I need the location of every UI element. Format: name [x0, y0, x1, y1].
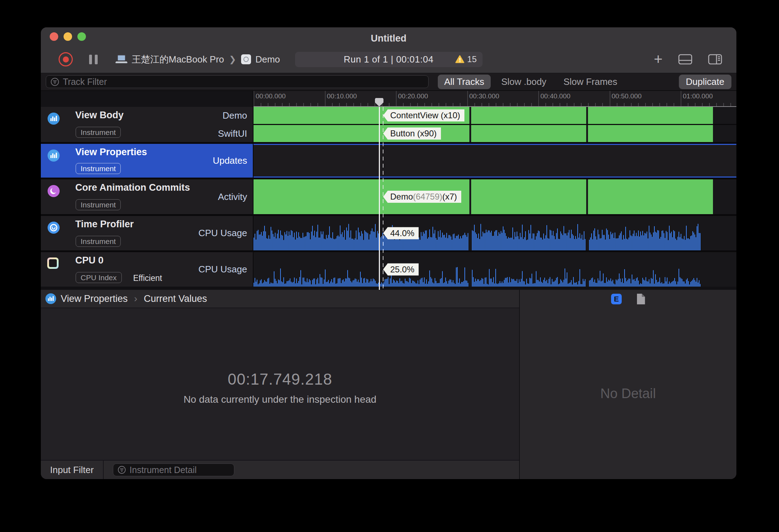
lane-label-updates: Updates [213, 144, 247, 178]
track-timeline-time-profiler[interactable]: 44.0% [254, 216, 736, 250]
window-chrome: Untitled 王楚江的MacBook Pro ❯ Demo Run 1 of… [41, 27, 736, 73]
window-title: Untitled [371, 29, 407, 44]
breadcrumb-root[interactable]: View Properties [61, 293, 128, 304]
target-picker[interactable]: 王楚江的MacBook Pro ❯ Demo [115, 53, 280, 66]
track-time-profiler[interactable]: Time Profiler Instrument CPU Usage 44.0% [41, 216, 736, 250]
extended-detail-tab[interactable]: E [611, 294, 622, 304]
tab-slow-body[interactable]: Slow .body [495, 75, 553, 89]
track-title: Core Animation Commits [75, 182, 190, 193]
toggle-bottom-pane-button[interactable] [678, 54, 692, 65]
activity-span[interactable] [588, 125, 713, 142]
track-timeline-view-properties[interactable] [254, 144, 736, 178]
close-button[interactable] [50, 32, 58, 41]
warnings[interactable]: 15 [455, 54, 477, 64]
detail-body: 00:17.749.218 No data currently under th… [41, 308, 519, 460]
efficiency-label: Efficient [133, 273, 162, 283]
track-timeline-cpu-0[interactable]: 25.0% [254, 252, 736, 287]
run-status[interactable]: Run 1 of 1 | 00:01:04 15 [295, 52, 483, 67]
core-animation-icon [47, 185, 60, 199]
activity-span[interactable] [588, 107, 713, 124]
lane-activity[interactable]: Demo (64759) (x7) [254, 179, 736, 214]
breadcrumb-leaf[interactable]: Current Values [144, 293, 207, 304]
pause-icon [89, 55, 92, 64]
timeline-ruler-row: 00:00.00000:10.00000:20.00000:30.00000:4… [41, 91, 736, 107]
instruments-window: Untitled 王楚江的MacBook Pro ❯ Demo Run 1 of… [41, 27, 736, 479]
detail-bottom-bar: Input Filter Instrument Detail [41, 460, 519, 479]
lane-demo[interactable]: ContentView (x10) [254, 107, 736, 124]
activity-span[interactable] [471, 107, 587, 124]
instrument-badge: Instrument [76, 236, 121, 247]
warning-count: 15 [467, 54, 477, 64]
track-title: View Properties [75, 147, 147, 158]
inspection-head-line[interactable] [379, 107, 380, 290]
activity-span[interactable] [588, 179, 713, 214]
lane-swiftui[interactable]: Button (x90) [254, 125, 736, 142]
run-status-text: Run 1 of 1 | 00:01:04 [344, 54, 434, 65]
lane-label-cpu-usage: CPU Usage [198, 252, 247, 287]
lane-label-cpu-usage: CPU Usage [198, 216, 247, 250]
breadcrumb[interactable]: View Properties › Current Values [45, 293, 207, 304]
track-header-view-body[interactable]: View Body Instrument Demo SwiftUI [41, 107, 254, 142]
track-area: View Body Instrument Demo SwiftUI Conten… [41, 107, 736, 290]
inspection-timestamp: 00:17.749.218 [228, 370, 332, 388]
device-name: 王楚江的MacBook Pro [132, 53, 224, 66]
zoom-button[interactable] [77, 32, 86, 41]
toolbar-right: + [654, 52, 726, 67]
lane-label-swiftui: SwiftUI [218, 125, 247, 142]
record-icon [63, 56, 69, 63]
track-timeline-core-animation[interactable]: Demo (64759) (x7) [254, 179, 736, 214]
inspection-head-dashed-line [383, 107, 383, 290]
track-header-core-animation[interactable]: Core Animation Commits Instrument Activi… [41, 179, 254, 214]
span-label-tag: 25.0% [383, 264, 419, 276]
input-filter-label: Input Filter [41, 465, 103, 476]
filter-icon [50, 77, 59, 86]
no-data-message: No data currently under the inspection h… [184, 394, 376, 405]
toggle-inspector-button[interactable] [708, 54, 722, 65]
minimize-button[interactable] [64, 32, 72, 41]
inspector-tab-bar: E [520, 290, 736, 308]
instrument-detail-filter-input[interactable]: Instrument Detail [113, 463, 234, 476]
chart-bars-icon [45, 293, 56, 304]
span-label-tag: Button (x90) [383, 127, 441, 140]
track-header-view-properties[interactable]: View Properties Instrument Updates [41, 144, 254, 178]
detail-pane: View Properties › Current Values 00:17.7… [41, 290, 520, 479]
lane-cpu-usage[interactable]: 44.0% [254, 216, 736, 250]
target-app-name: Demo [255, 54, 280, 65]
add-instrument-button[interactable]: + [654, 52, 663, 67]
track-core-animation[interactable]: Core Animation Commits Instrument Activi… [41, 179, 736, 214]
chart-bars-icon [47, 149, 60, 163]
titlebar: Untitled [41, 27, 736, 46]
document-inspector-tab[interactable] [636, 294, 645, 304]
tab-all-tracks[interactable]: All Tracks [438, 75, 491, 89]
track-view-properties[interactable]: View Properties Instrument Updates [41, 144, 736, 178]
track-title: View Body [75, 110, 124, 121]
cpu-index-badge: CPU Index [76, 272, 122, 283]
track-cpu-0[interactable]: CPU 0 CPU Index Efficient CPU Usage 25.0… [41, 252, 736, 287]
track-header-time-profiler[interactable]: Time Profiler Instrument CPU Usage [41, 216, 254, 250]
lane-cpu-usage[interactable]: 25.0% [254, 252, 736, 287]
track-header-cpu-0[interactable]: CPU 0 CPU Index Efficient CPU Usage [41, 252, 254, 287]
tab-slow-frames[interactable]: Slow Frames [557, 75, 624, 89]
track-timeline-view-body[interactable]: ContentView (x10) Button (x90) [254, 107, 736, 142]
track-view-tabs: All Tracks Slow .body Slow Frames [438, 75, 624, 89]
activity-span[interactable] [471, 179, 587, 214]
activity-span[interactable] [471, 125, 587, 142]
detail-area: View Properties › Current Values 00:17.7… [41, 290, 736, 479]
instrument-badge: Instrument [76, 199, 121, 210]
divider [103, 461, 104, 479]
timeline-ruler[interactable]: 00:00.00000:10.00000:20.00000:30.00000:4… [254, 91, 736, 107]
record-button[interactable] [59, 52, 73, 66]
duplicate-button[interactable]: Duplicate [679, 75, 731, 89]
track-filter-input[interactable]: Track Filter [46, 75, 429, 88]
span-label-tag: 44.0% [383, 227, 419, 239]
span-label-tag: ContentView (x10) [383, 109, 464, 121]
detail-filter-placeholder: Instrument Detail [130, 465, 197, 475]
chart-bars-icon [47, 112, 60, 126]
chevron-right-icon: ❯ [229, 54, 236, 64]
pause-button[interactable] [89, 55, 98, 64]
track-view-body[interactable]: View Body Instrument Demo SwiftUI Conten… [41, 107, 736, 142]
filter-bar: Track Filter All Tracks Slow .body Slow … [41, 73, 736, 91]
cpu-core-icon [47, 257, 59, 269]
laptop-icon [115, 55, 127, 64]
track-title: CPU 0 [75, 255, 104, 266]
